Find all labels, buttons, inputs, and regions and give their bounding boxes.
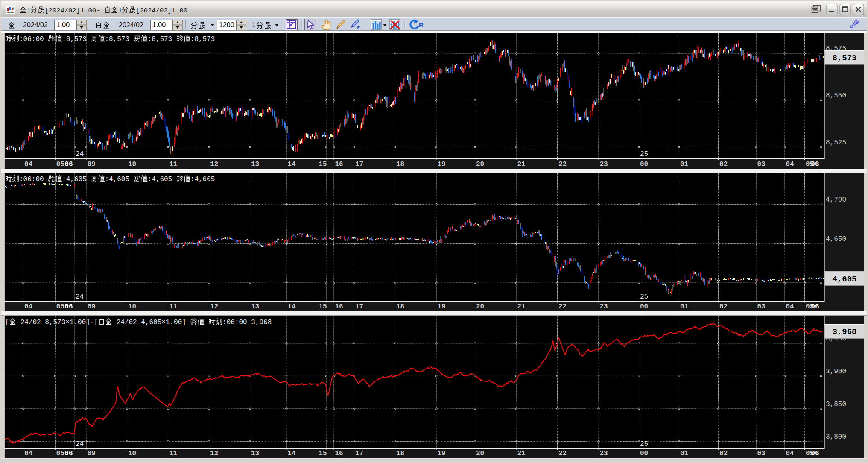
svg-text:-: - [96,7,100,15]
svg-text:25: 25 [640,440,648,448]
svg-text:20: 20 [476,450,484,457]
svg-text:1: 1 [118,7,122,15]
svg-text:4,605: 4,605 [141,319,161,326]
svg-text:1.00: 1.00 [152,21,166,29]
svg-text::06:00: :06:00 [222,319,247,326]
svg-text:04: 04 [24,161,33,168]
svg-text:06: 06 [64,303,73,311]
svg-text:23: 23 [600,161,608,168]
svg-text:01: 01 [680,450,688,457]
svg-text:1.00: 1.00 [56,21,70,29]
svg-text:19: 19 [438,161,446,168]
svg-text:05: 05 [56,303,64,311]
svg-text:21: 21 [517,450,526,457]
svg-text::8,573: :8,573 [105,35,129,43]
svg-text:19: 19 [438,450,446,457]
svg-text:11: 11 [169,303,177,311]
svg-text:14: 14 [288,161,296,168]
svg-text:R: R [419,21,424,29]
svg-text:25: 25 [640,293,648,301]
svg-text:8,573: 8,573 [832,53,856,63]
svg-text:17: 17 [355,161,363,168]
svg-text:20: 20 [476,161,484,168]
svg-text::4,605: :4,605 [62,176,87,183]
svg-text:14: 14 [288,303,296,311]
svg-text:04: 04 [786,161,795,168]
svg-text:12: 12 [210,303,218,311]
svg-text:22: 22 [558,161,567,168]
svg-text:01: 01 [680,161,688,168]
svg-text:11: 11 [169,450,177,457]
svg-text::4,605: :4,605 [190,176,215,183]
svg-text:22: 22 [558,303,567,311]
svg-text:05: 05 [56,161,64,168]
svg-text:12: 12 [210,450,218,457]
svg-text:3,900: 3,900 [826,368,846,375]
svg-text:22: 22 [558,450,567,457]
svg-text:06: 06 [64,450,73,457]
svg-text:3,800: 3,800 [826,433,846,441]
svg-text:02: 02 [719,161,728,168]
svg-text:[2024/02]1.00: [2024/02]1.00 [44,7,96,15]
svg-text:8,573: 8,573 [45,319,65,326]
svg-text::4,605: :4,605 [105,176,129,183]
svg-text:2024/02: 2024/02 [23,21,48,29]
svg-text:05: 05 [56,450,64,457]
svg-text:24: 24 [76,150,84,158]
svg-text::06:00: :06:00 [19,35,44,43]
svg-text:00: 00 [640,303,648,311]
svg-text:13: 13 [251,450,259,457]
svg-text:09: 09 [88,450,96,457]
svg-text:24: 24 [76,440,84,448]
svg-text:04: 04 [24,450,33,457]
svg-text:02: 02 [719,450,728,457]
svg-text:16: 16 [335,161,343,168]
svg-text:×: × [161,319,166,326]
svg-text:04: 04 [786,303,795,311]
svg-text:×: × [65,319,70,326]
svg-text:04: 04 [24,303,33,311]
svg-text::8,573: :8,573 [62,35,87,43]
svg-text:00: 00 [640,450,648,457]
svg-text:02: 02 [719,303,728,311]
svg-text:14: 14 [288,450,296,457]
svg-text:19: 19 [438,303,446,311]
svg-text:8,550: 8,550 [826,92,846,100]
svg-text::4,605: :4,605 [148,176,172,183]
svg-text::06:00: :06:00 [19,176,44,183]
svg-text:17: 17 [355,303,363,311]
svg-text:4,605: 4,605 [832,275,856,284]
svg-text:06: 06 [811,161,819,168]
svg-text:20: 20 [476,303,484,311]
svg-text:18: 18 [396,161,404,168]
svg-text:03: 03 [757,303,766,311]
svg-text:06: 06 [811,303,819,311]
svg-text:15: 15 [319,450,327,457]
svg-text:1.00]-[: 1.00]-[ [70,319,98,326]
svg-text:10: 10 [128,161,136,168]
svg-text:[: [ [5,319,9,326]
svg-text:18: 18 [396,450,404,457]
svg-text:1200: 1200 [219,21,234,29]
svg-text::8,573: :8,573 [190,35,215,43]
svg-text:13: 13 [251,161,259,168]
svg-text:00: 00 [640,161,648,168]
svg-text:24/02: 24/02 [117,319,137,326]
svg-text:04: 04 [786,450,795,457]
svg-text:16: 16 [335,450,343,457]
svg-text:13: 13 [251,303,259,311]
svg-text:23: 23 [600,303,608,311]
svg-text:4,650: 4,650 [826,235,846,243]
svg-text:21: 21 [517,161,526,168]
svg-text:06: 06 [811,450,819,457]
svg-text:[2024/02]1.00: [2024/02]1.00 [136,7,187,15]
svg-text:09: 09 [88,303,96,311]
svg-text:16: 16 [335,303,343,311]
svg-text:4,700: 4,700 [826,196,846,204]
svg-text:09: 09 [88,161,96,168]
svg-text:06: 06 [64,161,73,168]
svg-text:10: 10 [128,450,136,457]
svg-text:1.00]: 1.00] [166,319,186,326]
svg-text:21: 21 [517,303,526,311]
svg-text:25: 25 [640,150,648,158]
